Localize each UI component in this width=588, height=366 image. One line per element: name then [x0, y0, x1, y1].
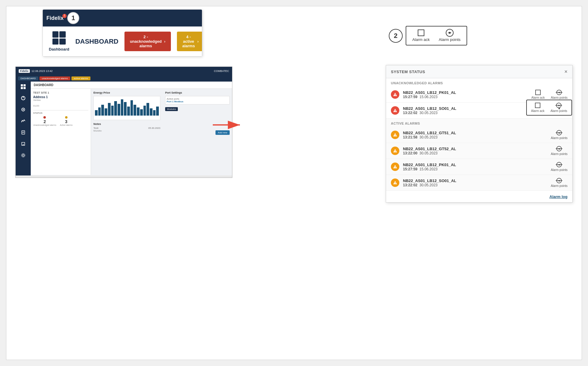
mini-sidebar-automation-icon	[20, 106, 27, 113]
mini-address: Address 1	[33, 95, 88, 99]
alarm-points-label-active-1: Alarm points	[551, 136, 568, 140]
system-status-header: SYSTEM STATUS ×	[386, 65, 572, 78]
mini-top-right: COMBATEC	[214, 70, 229, 73]
circle-number-2: 2	[389, 29, 403, 43]
circle2-callout-area: 2 Alarm ack Alarm points	[389, 26, 467, 45]
mini-note-text: Testi	[93, 127, 98, 129]
mini-floor: 01/20	[33, 104, 88, 107]
alarm-points-icon-target	[446, 29, 453, 36]
alarm-indicator-red-2	[391, 106, 399, 115]
alarm-points-icon-active-4	[556, 178, 562, 183]
mini-pill-unack: unacknowledged alarms	[39, 76, 70, 80]
alarm-points-label-1: Alarm points	[551, 96, 568, 99]
dashboard-title: DASHBOARD	[75, 38, 118, 45]
mini-unack-count-item: 2 Unacknowledged alarms	[33, 116, 56, 126]
mini-energy-title: Energy Price	[93, 91, 160, 94]
alarm-ack-label-1: Alarm ack	[531, 96, 545, 99]
system-status-panel: SYSTEM STATUS × UNACKNOWLEDGED ALARMS NB…	[386, 65, 573, 203]
dashboard-card: Fidelix ! 1 Dashboard DASHBOARD 2 - unac…	[42, 9, 202, 57]
callout-alarm-ack-label: Alarm ack	[412, 37, 430, 42]
mini-pill-dashboard: DASHBOARD	[18, 76, 38, 80]
svg-rect-1	[24, 84, 26, 86]
arrow-right-icon: ›	[164, 39, 165, 44]
inline-callout-ack-icon	[535, 103, 540, 108]
unacknowledged-alarms-button[interactable]: 2 - unacknowledged alarms ›	[124, 32, 171, 51]
mini-main-split: TEST SITE 1 Address 1 Vantaa 01/20 STATU…	[31, 89, 232, 175]
system-status-close-button[interactable]: ×	[564, 69, 568, 74]
exclamation-badge: !	[62, 14, 67, 18]
active-alarm-3-time: 15:27:59 15.06.2023	[403, 167, 551, 171]
active-alarms-button[interactable]: 4 - active alarms ›	[177, 32, 202, 51]
active-alarm-4-name: NB22_AS01_LB12_SO01_AL	[403, 178, 551, 183]
mini-active-number: 3	[65, 119, 68, 124]
mini-sidebar-process-icon	[20, 95, 27, 101]
dashboard-icon-area: Dashboard	[49, 31, 69, 51]
unack-alarm-1-actions: Alarm ack Alarm points	[531, 90, 568, 99]
active-section-title: ACTIVE ALARMS	[386, 119, 572, 127]
mini-sidebar-dashboard-icon	[20, 83, 27, 90]
system-status-footer: Alarm log	[386, 191, 572, 202]
red-arrow	[211, 119, 244, 132]
mini-fidelix: Fidelix 12.06.2023 13:42	[19, 69, 53, 73]
unack-alarm-1-name: NB22_AS01_LB12_PK01_AL	[403, 90, 531, 95]
alarm-log-link[interactable]: Alarm log	[549, 194, 568, 199]
active-alarm-1-info: NB22_AS01_LB12_GT51_AL 13:21:58 30.05.20…	[403, 131, 551, 139]
alarm-indicator-red-1	[391, 90, 399, 99]
active-alarm-1-time: 13:21:58 30.05.2023	[403, 135, 551, 139]
alarm-points-label-active-3: Alarm points	[551, 168, 568, 172]
active-alarm-2-name: NB22_AS01_LB12_GT52_AL	[403, 147, 551, 151]
mini-pill-active: active alarms	[71, 76, 90, 80]
alarm-points-icon-active-1	[556, 130, 562, 135]
active-alarm-4-time: 13:22:02 30.05.2023	[403, 183, 551, 187]
mini-screen: Fidelix 12.06.2023 13:42 COMBATEC DASHBO…	[15, 67, 232, 178]
callout-alarm-points-label: Alarm points	[439, 37, 461, 42]
svg-rect-0	[21, 84, 23, 86]
mini-unack-dot	[43, 116, 46, 119]
svg-rect-28	[395, 166, 395, 167]
alarm-ack-button-1[interactable]: Alarm ack	[531, 90, 545, 99]
mini-sidebar-settings-icon	[20, 152, 27, 159]
unack-section-title: UNACKNOWLEDGED ALARMS	[386, 78, 572, 87]
active-alarm-row-4: NB22_AS01_LB12_SO01_AL 13:22:02 30.05.20…	[386, 175, 572, 191]
unack-alarm-2-info: NB22_AS01_LB12_SO01_AL 13:22:02 30.05.20…	[403, 106, 531, 115]
mini-fidelix-logo: Fidelix	[19, 69, 30, 73]
dashboard-card-header: Fidelix ! 1	[43, 10, 202, 26]
alarm-points-button-active-1[interactable]: Alarm points	[551, 130, 568, 140]
svg-rect-29	[395, 168, 395, 168]
active-alarm-2-time: 13:22:00 30.05.2023	[403, 151, 551, 155]
alarm-points-icon-1	[556, 90, 562, 95]
active-alarms-section: ACTIVE ALARMS NB22_AS01_LB12_GT51_AL 13:…	[386, 118, 572, 191]
active-alarm-3-info: NB22_AS01_LB12_PK01_AL 15:27:59 15.06.20…	[403, 163, 551, 171]
inline-callout-points-label: Alarm points	[550, 109, 567, 113]
mini-ports-title: Port Settings	[165, 91, 230, 94]
mini-sidebar	[16, 82, 31, 175]
unack-alarm-2-name: NB22_AS01_LB12_SO01_AL	[403, 106, 531, 111]
mini-main: DASHBOARD TEST SITE 1 Address 1 Vantaa 0…	[31, 82, 232, 175]
svg-rect-31	[395, 184, 395, 184]
svg-point-17	[21, 154, 25, 157]
mini-status-section: STATUS 2 Unacknowledged alarms 3	[33, 110, 88, 126]
alarm-ack-icon-1	[535, 90, 541, 95]
alarm-points-button-1[interactable]: Alarm points	[551, 90, 568, 99]
svg-rect-20	[395, 94, 395, 95]
mini-status-title: STATUS	[33, 110, 88, 114]
active-alarm-1-actions: Alarm points	[551, 130, 568, 140]
svg-rect-2	[21, 87, 23, 89]
alarm-indicator-yellow-2	[391, 147, 399, 155]
alarm-points-icon-active-2	[556, 146, 562, 151]
svg-rect-23	[395, 111, 395, 112]
alarm-points-label-active-2: Alarm points	[551, 152, 568, 156]
alarm-points-button-active-2[interactable]: Alarm points	[551, 146, 568, 156]
circle-number-1: 1	[67, 12, 79, 24]
dashboard-nav-label[interactable]: Dashboard	[49, 47, 69, 51]
mini-note-date: 05.30.2023	[148, 127, 160, 129]
mini-chart-container	[93, 96, 160, 120]
alarm-points-button-active-3[interactable]: Alarm points	[551, 162, 568, 172]
svg-rect-30	[395, 182, 395, 183]
unack-alarm-1-info: NB22_AS01_LB12_PK01_AL 15:27:59 15.06.20…	[403, 90, 531, 99]
arrow-right-icon-2: ›	[197, 39, 199, 44]
alarm-points-button-active-4[interactable]: Alarm points	[551, 178, 568, 188]
mini-active-count-item: 3 Active alarms	[60, 116, 73, 126]
mini-modules-badge: Modules	[165, 107, 178, 111]
active-alarm-4-actions: Alarm points	[551, 178, 568, 188]
